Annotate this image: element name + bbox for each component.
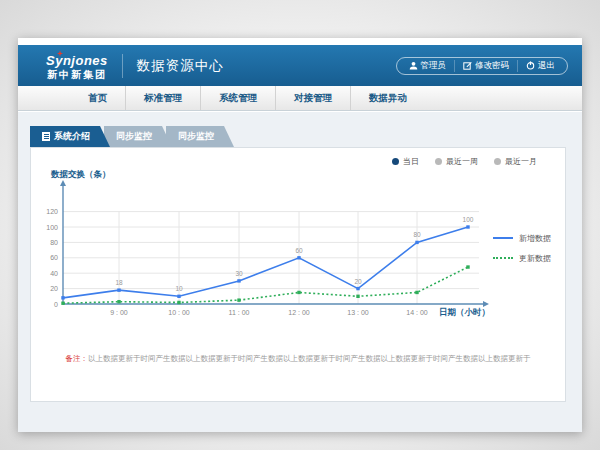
- legend-line-solid-icon: [493, 237, 513, 239]
- user-icon: [409, 61, 418, 70]
- app-window: Synjones 新中新集团 数据资源中心 管理员: [18, 38, 582, 432]
- svg-text:20: 20: [50, 285, 58, 292]
- current-user-button[interactable]: 管理员: [401, 60, 455, 72]
- nav-item-home[interactable]: 首页: [70, 86, 125, 110]
- svg-text:9 : 00: 9 : 00: [110, 309, 128, 316]
- header-divider: [122, 54, 123, 78]
- app-header: Synjones 新中新集团 数据资源中心 管理员: [18, 45, 582, 86]
- svg-text:11 : 00: 11 : 00: [229, 309, 250, 316]
- legend-item-new-data[interactable]: 新增数据: [493, 232, 551, 244]
- chart-legend: 新增数据 更新数据: [493, 232, 551, 272]
- svg-text:18: 18: [115, 279, 123, 286]
- nav-item-system-mgmt[interactable]: 系统管理: [200, 86, 275, 110]
- change-password-button[interactable]: 修改密码: [454, 60, 517, 72]
- footnote: 备注：以上数据更新于时间产生数据以上数据更新于时间产生数据以上数据更新于时间产生…: [31, 354, 565, 364]
- svg-text:60: 60: [50, 254, 58, 261]
- svg-text:100: 100: [46, 224, 58, 231]
- tab-sync-monitor-2[interactable]: 同步监控: [166, 126, 234, 147]
- logout-button[interactable]: 退出: [517, 60, 563, 72]
- svg-text:14 : 00: 14 : 00: [406, 309, 428, 316]
- svg-text:10 : 00: 10 : 00: [168, 309, 190, 316]
- legend-update-data-label: 更新数据: [519, 253, 551, 264]
- current-user-label: 管理员: [421, 60, 447, 72]
- nav-item-data-change[interactable]: 数据异动: [350, 86, 425, 110]
- main-nav: 首页 标准管理 系统管理 对接管理 数据异动: [18, 86, 582, 111]
- svg-text:0: 0: [54, 301, 58, 308]
- document-icon: [42, 132, 50, 141]
- svg-text:40: 40: [50, 270, 58, 277]
- svg-text:12 : 00: 12 : 00: [288, 309, 310, 316]
- legend-line-dotted-icon: [493, 257, 513, 259]
- nav-item-standard-mgmt[interactable]: 标准管理: [125, 86, 200, 110]
- tab-system-intro-label: 系统介绍: [54, 126, 90, 147]
- footnote-text: 以上数据更新于时间产生数据以上数据更新于时间产生数据以上数据更新于时间产生数据以…: [88, 354, 531, 363]
- chart-panel: 当日 最近一周 最近一月 数据交换（条） 日期（小时） 020406080100…: [30, 147, 566, 402]
- tab-sync-monitor-2-label: 同步监控: [178, 126, 214, 147]
- tab-bar: 系统介绍 同步监控 同步监控: [30, 126, 234, 147]
- svg-text:120: 120: [46, 208, 58, 215]
- svg-text:20: 20: [354, 278, 362, 285]
- brand-logo: Synjones 新中新集团: [46, 52, 108, 80]
- header-user-actions: 管理员 修改密码 退出: [396, 57, 569, 75]
- change-password-label: 修改密码: [475, 60, 509, 72]
- logout-label: 退出: [538, 60, 555, 72]
- page-background: Synjones 新中新集团 数据资源中心 管理员: [0, 0, 600, 450]
- tab-system-intro[interactable]: 系统介绍: [30, 126, 110, 147]
- legend-item-update-data[interactable]: 更新数据: [493, 252, 551, 264]
- svg-text:30: 30: [235, 270, 243, 277]
- legend-new-data-label: 新增数据: [519, 233, 551, 244]
- tab-sync-monitor-1-label: 同步监控: [116, 126, 152, 147]
- brand-logo-text: Synjones: [46, 54, 108, 67]
- brand-logo-subtext: 新中新集团: [46, 70, 108, 80]
- svg-text:100: 100: [463, 216, 474, 223]
- svg-text:60: 60: [295, 247, 303, 254]
- nav-item-interface-mgmt[interactable]: 对接管理: [275, 86, 350, 110]
- svg-text:10: 10: [175, 285, 183, 292]
- svg-text:80: 80: [50, 239, 58, 246]
- content-area: 系统介绍 同步监控 同步监控 当日 最近一周: [18, 112, 582, 432]
- edit-icon: [463, 61, 472, 70]
- tab-sync-monitor-1[interactable]: 同步监控: [104, 126, 172, 147]
- app-title: 数据资源中心: [137, 57, 224, 75]
- footnote-prefix: 备注：: [66, 354, 89, 363]
- power-icon: [526, 61, 535, 70]
- svg-text:80: 80: [413, 231, 421, 238]
- svg-text:13 : 00: 13 : 00: [347, 309, 369, 316]
